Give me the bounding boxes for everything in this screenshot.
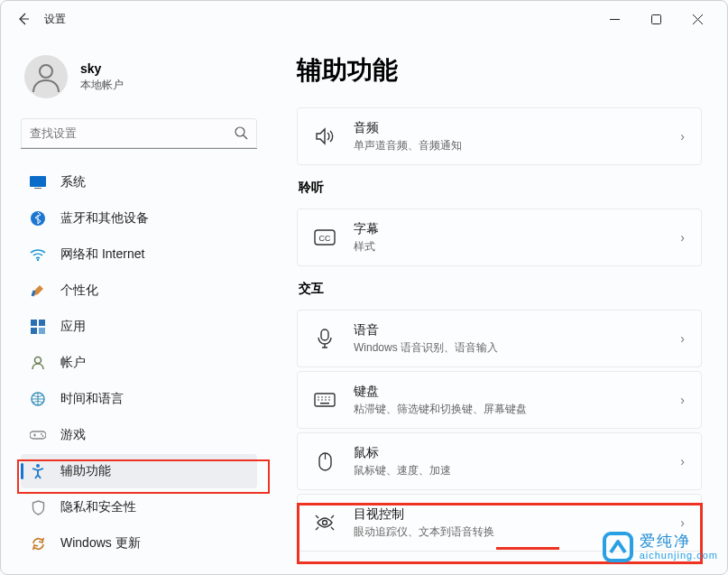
svg-point-32 xyxy=(323,521,327,525)
svg-point-11 xyxy=(35,357,41,364)
mouse-icon xyxy=(314,450,336,472)
chevron-right-icon: › xyxy=(680,393,685,407)
sidebar-item-label: 时间和语言 xyxy=(60,391,124,407)
svg-point-21 xyxy=(318,396,319,398)
user-account-type: 本地帐户 xyxy=(80,78,124,93)
card-title: 鼠标 xyxy=(354,445,680,461)
watermark-url: aichunjing.com xyxy=(640,550,718,561)
page-title: 辅助功能 xyxy=(297,53,702,88)
sidebar-item-network[interactable]: 网络和 Internet xyxy=(21,237,257,272)
gamepad-icon xyxy=(30,427,46,443)
svg-point-14 xyxy=(41,433,42,435)
sidebar-item-label: 辅助功能 xyxy=(60,463,111,479)
svg-point-6 xyxy=(37,259,39,261)
sidebar-item-apps[interactable]: 应用 xyxy=(21,310,257,344)
svg-point-27 xyxy=(325,399,327,401)
user-profile[interactable]: sky 本地帐户 xyxy=(21,55,257,98)
minimize-button[interactable] xyxy=(594,5,635,33)
user-name: sky xyxy=(80,61,124,76)
sidebar-item-system[interactable]: 系统 xyxy=(21,165,257,199)
svg-point-24 xyxy=(328,396,330,398)
back-button[interactable] xyxy=(10,5,37,32)
chevron-right-icon: › xyxy=(680,454,685,468)
svg-point-23 xyxy=(325,396,327,398)
chevron-right-icon: › xyxy=(680,515,685,530)
sidebar-item-accessibility[interactable]: 辅助功能 xyxy=(21,454,257,488)
card-captions[interactable]: CC 字幕 样式 › xyxy=(297,209,702,266)
section-hearing: 聆听 xyxy=(299,180,702,196)
update-icon xyxy=(30,535,46,552)
card-audio[interactable]: 音频 单声道音频、音频通知 › xyxy=(297,107,702,165)
maximize-button[interactable] xyxy=(635,5,677,33)
accessibility-icon xyxy=(30,463,46,479)
section-interaction: 交互 xyxy=(299,281,702,297)
sidebar-item-label: 应用 xyxy=(60,319,86,335)
sidebar-item-label: 帐户 xyxy=(60,355,86,371)
card-mouse[interactable]: 鼠标 鼠标键、速度、加速 › xyxy=(297,432,702,490)
sidebar-item-label: 网络和 Internet xyxy=(60,246,144,263)
card-sub: 单声道音频、音频通知 xyxy=(354,138,680,153)
card-speech[interactable]: 语音 Windows 语音识别、语音输入 › xyxy=(297,310,702,367)
watermark-logo-icon xyxy=(602,531,634,563)
card-sub: 样式 xyxy=(354,239,680,255)
svg-point-28 xyxy=(328,399,330,401)
card-keyboard[interactable]: 键盘 粘滞键、筛选键和切换键、屏幕键盘 › xyxy=(297,371,702,429)
apps-icon xyxy=(30,319,46,335)
cc-icon: CC xyxy=(314,227,336,248)
svg-point-16 xyxy=(36,464,40,468)
svg-point-2 xyxy=(235,127,244,136)
chevron-right-icon: › xyxy=(680,230,685,245)
search-icon xyxy=(235,126,248,140)
bluetooth-icon xyxy=(30,210,46,227)
svg-point-25 xyxy=(318,399,319,401)
sidebar-item-label: 个性化 xyxy=(60,283,98,299)
keyboard-icon xyxy=(314,389,336,411)
app-title: 设置 xyxy=(44,12,66,27)
svg-text:CC: CC xyxy=(319,234,331,243)
shield-icon xyxy=(30,499,46,515)
svg-point-22 xyxy=(321,396,323,398)
svg-rect-8 xyxy=(39,320,45,326)
card-sub: 鼠标键、速度、加速 xyxy=(354,463,680,478)
card-title: 键盘 xyxy=(354,384,680,400)
svg-rect-4 xyxy=(34,188,41,189)
eye-control-icon xyxy=(314,512,336,533)
sidebar-item-label: 隐私和安全性 xyxy=(60,499,136,515)
card-title: 目视控制 xyxy=(354,506,680,523)
card-sub: Windows 语音识别、语音输入 xyxy=(354,340,680,356)
card-title: 字幕 xyxy=(354,221,680,237)
wifi-icon xyxy=(30,246,46,263)
svg-point-26 xyxy=(321,399,323,401)
sidebar-item-time-language[interactable]: 时间和语言 xyxy=(21,382,257,416)
sidebar-item-label: 蓝牙和其他设备 xyxy=(60,210,149,227)
svg-rect-7 xyxy=(31,320,37,326)
watermark: 爱纯净 aichunjing.com xyxy=(602,531,718,563)
sidebar-item-label: Windows 更新 xyxy=(60,535,141,552)
globe-clock-icon xyxy=(30,391,46,407)
chevron-right-icon: › xyxy=(680,331,685,346)
close-button[interactable] xyxy=(677,5,718,33)
sidebar-item-label: 游戏 xyxy=(60,427,86,443)
search-box[interactable] xyxy=(21,118,257,149)
sidebar-item-accounts[interactable]: 帐户 xyxy=(21,346,257,380)
sidebar-item-update[interactable]: Windows 更新 xyxy=(21,526,257,561)
speaker-icon xyxy=(314,125,336,147)
card-title: 语音 xyxy=(354,322,680,339)
watermark-cn: 爱纯净 xyxy=(640,533,718,551)
svg-rect-0 xyxy=(651,14,660,23)
svg-rect-33 xyxy=(604,533,631,561)
microphone-icon xyxy=(314,328,336,349)
sidebar-item-bluetooth[interactable]: 蓝牙和其他设备 xyxy=(21,201,257,236)
sidebar-item-personalization[interactable]: 个性化 xyxy=(21,274,257,308)
svg-rect-29 xyxy=(320,403,329,404)
avatar xyxy=(24,55,68,98)
svg-rect-9 xyxy=(31,328,37,334)
sidebar-item-privacy[interactable]: 隐私和安全性 xyxy=(21,490,257,524)
paintbrush-icon xyxy=(30,283,46,299)
sidebar-item-gaming[interactable]: 游戏 xyxy=(21,418,257,452)
person-icon xyxy=(30,355,46,371)
svg-point-15 xyxy=(42,435,44,437)
card-title: 音频 xyxy=(354,120,680,136)
search-input[interactable] xyxy=(30,126,235,140)
sidebar-item-label: 系统 xyxy=(60,174,86,190)
